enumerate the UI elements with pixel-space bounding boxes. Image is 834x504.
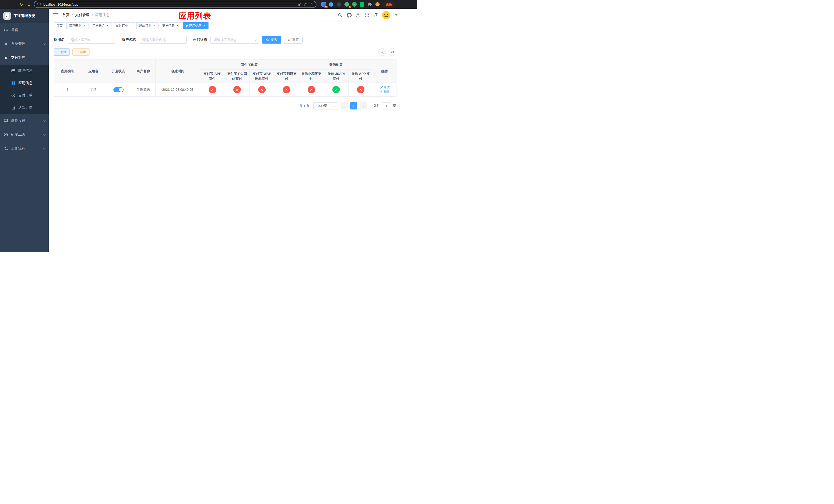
extension-icon[interactable] xyxy=(336,2,341,7)
browser-home-button[interactable]: ⌂ xyxy=(25,1,33,8)
sidebar-item-dev-tools[interactable]: 研发工具 xyxy=(0,128,49,141)
cell-created: 2021-10-23 08:49:25 xyxy=(156,83,200,97)
avatar-dropdown-caret-icon[interactable] xyxy=(395,14,397,16)
sidebar-toggle-icon[interactable] xyxy=(53,13,58,17)
goto-page-input[interactable] xyxy=(382,102,391,110)
status-select[interactable] xyxy=(210,36,259,44)
yen-icon: ¥ xyxy=(4,55,8,60)
export-button[interactable]: 导出 xyxy=(72,48,89,55)
tab-process-form[interactable]: 流程表单 × xyxy=(66,22,88,29)
plus-icon: + xyxy=(57,50,59,54)
font-size-icon[interactable]: TT xyxy=(373,13,377,18)
sidebar-item-system[interactable]: 系统管理 xyxy=(0,37,49,51)
cell-merchant: 芋道源码 xyxy=(131,83,156,97)
sidebar-item-label: 基础设施 xyxy=(11,118,25,123)
next-page-button[interactable]: › xyxy=(359,102,367,110)
status-toggle[interactable] xyxy=(113,87,124,92)
delete-link[interactable]: 删除 xyxy=(380,90,390,94)
breadcrumb-separator: / xyxy=(72,13,73,17)
edit-link[interactable]: 修改 xyxy=(380,85,390,90)
extension-icon[interactable]: 1 xyxy=(344,2,349,7)
sidebar-item-payment[interactable]: ¥ 支付管理 xyxy=(0,51,49,65)
page-number-1[interactable]: 1 xyxy=(350,102,357,110)
merchant-name-input[interactable] xyxy=(139,36,187,44)
cell-wx-jsapi: ✓ xyxy=(324,83,349,97)
table-toolbar: + 新增 导出 xyxy=(54,48,396,56)
tag-tabbar: 首页 流程表单 × 用户分组 × 支付订单 × 退款订单 × 商户信息 × xyxy=(49,22,417,30)
monitor-icon xyxy=(4,119,8,123)
sidebar-item-pay-orders[interactable]: 支付订单 xyxy=(0,89,49,101)
app-name-input[interactable] xyxy=(68,36,115,44)
refresh-table-icon[interactable] xyxy=(389,48,396,56)
app-frame: 芋道管理系统 首页 系统管理 ¥ 支付管理 商户信息 xyxy=(0,9,417,252)
sidebar-item-infrastructure[interactable]: 基础设施 xyxy=(0,114,49,128)
github-icon[interactable] xyxy=(347,13,352,18)
close-icon[interactable]: × xyxy=(176,24,179,27)
extension-icon[interactable] xyxy=(359,2,365,7)
app-logo[interactable]: 芋道管理系统 xyxy=(0,9,49,23)
tab-pay-orders[interactable]: 支付订单 × xyxy=(113,22,135,29)
password-key-icon[interactable] xyxy=(298,2,302,6)
sidebar-item-home[interactable]: 首页 xyxy=(0,23,49,37)
sidebar-item-app-info[interactable]: 应用信息 xyxy=(0,77,49,89)
breadcrumb-payment[interactable]: 支付管理 xyxy=(75,13,89,18)
close-icon[interactable]: × xyxy=(203,24,206,27)
filter-form: 应用名 商户名称 开启状态 搜索 重置 xyxy=(54,36,412,44)
toggle-search-icon[interactable] xyxy=(378,48,386,56)
goto-label: 前往 xyxy=(373,104,380,108)
sidebar-item-workflow[interactable]: 工作流程 xyxy=(0,141,49,155)
fullscreen-icon[interactable] xyxy=(365,13,369,18)
search-button[interactable]: 搜索 xyxy=(262,36,281,44)
close-icon[interactable]: × xyxy=(106,24,109,27)
table-tools xyxy=(378,48,396,56)
app-title: 芋道管理系统 xyxy=(14,14,35,18)
reset-button[interactable]: 重置 xyxy=(284,36,303,44)
browser-update-button[interactable]: 更新 xyxy=(383,1,395,8)
tab-app-info[interactable]: 应用信息 × xyxy=(183,22,208,29)
prev-page-button[interactable]: ‹ xyxy=(341,102,348,110)
sidebar-item-merchant-info[interactable]: 商户信息 xyxy=(0,65,49,77)
tab-home[interactable]: 首页 xyxy=(54,22,65,29)
col-header-wx-jsapi: 微信 JSAPI 支付 xyxy=(324,70,349,83)
logo-rabbit-icon xyxy=(3,12,11,20)
site-info-icon[interactable]: i xyxy=(37,3,41,6)
extension-glyph xyxy=(329,2,333,7)
sidebar-item-refund-orders[interactable]: 退款订单 xyxy=(0,101,49,114)
extensions-puzzle-icon[interactable] xyxy=(367,2,372,7)
extension-icon[interactable]: 10 xyxy=(321,2,326,7)
browser-back-button[interactable]: ← xyxy=(2,1,10,8)
help-icon[interactable]: ? xyxy=(356,13,360,18)
tab-refund-orders[interactable]: 退款订单 × xyxy=(136,22,158,29)
col-header-created: 创建时间 xyxy=(156,60,200,83)
browser-menu-icon[interactable]: ⋮ xyxy=(397,2,403,7)
sidebar-item-label: 系统管理 xyxy=(11,42,25,46)
extension-icon[interactable] xyxy=(329,2,334,7)
download-icon xyxy=(76,50,79,53)
extension-smiley-icon[interactable] xyxy=(375,2,380,7)
add-button[interactable]: + 新增 xyxy=(54,48,70,55)
user-avatar[interactable] xyxy=(382,11,391,20)
breadcrumb-home[interactable]: 首页 xyxy=(62,13,69,18)
tab-merchant-info[interactable]: 商户信息 × xyxy=(160,22,182,29)
close-icon[interactable]: × xyxy=(153,24,156,27)
col-header-alipay-wap: 支付宝 WAP 网站支付 xyxy=(249,70,275,83)
col-header-alipay-app: 支付宝 APP 支付 xyxy=(200,70,225,83)
share-icon[interactable] xyxy=(304,3,308,6)
tab-user-group[interactable]: 用户分组 × xyxy=(90,22,112,29)
url-text[interactable]: localhost:1024/pay/app xyxy=(43,3,296,6)
breadcrumb-separator: / xyxy=(92,13,93,17)
extension-icon[interactable]: ✓ xyxy=(352,2,357,7)
browser-refresh-button[interactable]: ↻ xyxy=(18,1,25,8)
address-bar[interactable]: i localhost:1024/pay/app ☆ xyxy=(34,1,316,8)
status-label: 开启状态 xyxy=(193,38,207,42)
browser-forward-button[interactable]: → xyxy=(10,1,18,8)
close-icon[interactable]: × xyxy=(83,24,86,27)
col-header-name: 应用名 xyxy=(81,60,106,83)
close-icon[interactable]: × xyxy=(129,24,133,27)
bookmark-star-icon[interactable]: ☆ xyxy=(310,2,313,6)
status-select-input[interactable] xyxy=(210,36,259,44)
search-icon[interactable] xyxy=(338,13,343,18)
sidebar-item-label: 支付管理 xyxy=(11,55,25,60)
cell-status xyxy=(106,83,131,97)
page-size-select[interactable]: 10条/页 xyxy=(313,102,338,110)
